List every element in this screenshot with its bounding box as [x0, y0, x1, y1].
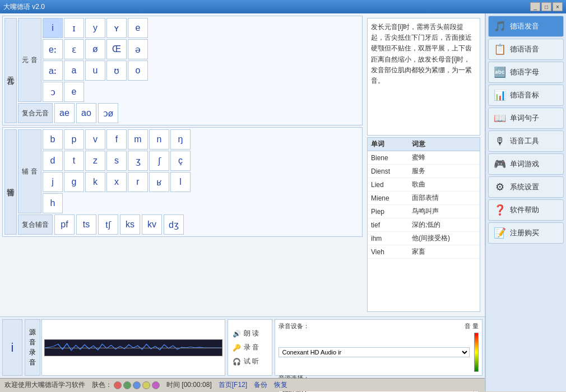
record-button[interactable]: 🔑 录 音	[231, 342, 268, 353]
consonants-section: 辅音 辅 音 b p v f m	[2, 127, 363, 237]
backup-link[interactable]: 备份	[254, 380, 267, 390]
main-content: 元音 元 音 i ɪ y ʏ e	[0, 13, 485, 391]
active-phonetic: i	[11, 340, 14, 355]
phonetic-cell-h[interactable]: h	[43, 193, 63, 213]
phonetic-cell-uvr[interactable]: ʁ	[149, 172, 169, 192]
app-title: 大嘴德语 v2.0	[3, 2, 45, 12]
phonetic-cell-schwa[interactable]: ə	[128, 39, 148, 59]
phonetic-cell-y[interactable]: y	[85, 18, 105, 38]
vocab-row[interactable]: Piep鸟鸣叫声	[368, 205, 480, 218]
sidebar-icon-settings: ⚙	[493, 180, 507, 194]
record-icon: 🔑	[233, 343, 242, 352]
phonetic-cell-sh[interactable]: ʃ	[149, 151, 169, 171]
phonetic-cell-j[interactable]: j	[43, 172, 63, 192]
phonetic-cell-oe[interactable]: ø	[85, 39, 105, 59]
phonetic-cell-ae[interactable]: ae	[54, 103, 75, 123]
consonant-row-2: d t z s ʒ ʃ ç	[43, 151, 360, 171]
restore-link[interactable]: 恢复	[274, 380, 287, 390]
vocab-row[interactable]: Dienst服务	[368, 165, 480, 178]
phonetic-cell-g[interactable]: g	[64, 172, 84, 192]
phonetic-cell-ts[interactable]: ts	[76, 214, 96, 235]
vowel-row-4: ɔ e	[43, 82, 360, 102]
vocab-row[interactable]: Biene蜜蜂	[368, 151, 480, 165]
phonetic-cell-k[interactable]: k	[85, 172, 105, 192]
phonetic-cell-f[interactable]: f	[106, 129, 127, 150]
phonetic-cell-kv[interactable]: kv	[142, 214, 162, 235]
phonetic-cell-o[interactable]: o	[128, 60, 148, 81]
minimize-button[interactable]: _	[530, 2, 540, 11]
phonetic-cell-zh[interactable]: ʒ	[128, 151, 148, 171]
sidebar-btn-help[interactable]: ❓软件帮助	[488, 199, 564, 221]
vocab-row[interactable]: tief深的;低的	[368, 218, 480, 232]
skin-dot-blue[interactable]	[133, 381, 141, 389]
phonetic-cell-s[interactable]: s	[106, 151, 127, 171]
skin-dot-purple[interactable]	[152, 381, 160, 389]
phonetic-cell-yy[interactable]: ʏ	[106, 18, 127, 38]
recording-device-select[interactable]: Conexant HD Audio ir	[279, 347, 470, 357]
phonetic-cell-u[interactable]: u	[85, 60, 105, 81]
compound-vowels-row: 复合元音 ae ao ɔø	[18, 103, 360, 123]
sidebar-btn-german-phonetics[interactable]: 📊德语音标	[488, 85, 564, 106]
sidebar-btn-german-pronunciation[interactable]: 🎵德语发音	[488, 16, 564, 37]
phonetic-cell-eps[interactable]: ɛ	[64, 39, 84, 59]
phonetic-cell-open-o[interactable]: ɔ	[43, 82, 63, 102]
status-bar: 欢迎使用大嘴德语学习软件 肤色： 时间 [00:00:08] 首页[F12] 备…	[0, 378, 485, 391]
phonetic-cell-elong[interactable]: eː	[43, 39, 63, 59]
phonetic-cell-ao[interactable]: ao	[76, 103, 96, 123]
vocab-row[interactable]: Lied歌曲	[368, 178, 480, 192]
playback-button[interactable]: 🎧 试 听	[231, 356, 268, 367]
vocab-row[interactable]: Vieh家畜	[368, 245, 480, 259]
vowels-section: 元音 元 音 i ɪ y ʏ e	[2, 16, 363, 125]
device-select-row: Conexant HD Audio ir	[279, 333, 479, 372]
phonetic-cell-v[interactable]: v	[85, 129, 105, 150]
phonetic-cell-d[interactable]: d	[43, 151, 63, 171]
phonetic-cell-r[interactable]: r	[128, 172, 148, 192]
phonetic-cell-z[interactable]: z	[85, 151, 105, 171]
maximize-button[interactable]: □	[541, 2, 551, 11]
sidebar-btn-settings[interactable]: ⚙系统设置	[488, 176, 564, 198]
phonetic-cell-pf[interactable]: pf	[54, 214, 75, 235]
vocab-row[interactable]: Miene面部表情	[368, 192, 480, 205]
phonetic-cell-a[interactable]: a	[64, 60, 84, 81]
pure-consonants-row: 辅 音 b p v f m n ŋ	[18, 129, 360, 213]
phonetic-cell-along[interactable]: aː	[43, 60, 63, 81]
phonetic-cell-t[interactable]: t	[64, 151, 84, 171]
phonetic-cell-n[interactable]: n	[149, 129, 169, 150]
phonetic-cell-ups[interactable]: ʊ	[106, 60, 127, 81]
playback-icon: 🎧	[233, 357, 242, 366]
sidebar-btn-word-games[interactable]: 🎮单词游戏	[488, 153, 564, 175]
sidebar-icon-speech-tools: 🎙	[493, 134, 507, 148]
sidebar-icon-german-alphabet: 🔤	[493, 66, 507, 79]
phonetic-cell-x[interactable]: x	[106, 172, 127, 192]
phonetic-cell-oe2[interactable]: Œ	[106, 39, 127, 59]
read-label: 朗 读	[244, 329, 259, 338]
sidebar-btn-german-alphabet[interactable]: 🔤德语字母	[488, 62, 564, 83]
skin-dot-red[interactable]	[114, 381, 122, 389]
read-button[interactable]: 🔊 朗 读	[231, 328, 268, 339]
phonetic-cell-oye[interactable]: ɔø	[98, 103, 118, 123]
phonetic-cell-b[interactable]: b	[43, 129, 63, 150]
phonetic-cell-m[interactable]: m	[128, 129, 148, 150]
phonetic-cell-e2[interactable]: e	[64, 82, 84, 102]
record-label: 录 音	[244, 343, 259, 352]
vocab-row[interactable]: ihm他(间接受格)	[368, 232, 480, 245]
skin-dot-yellow[interactable]	[142, 381, 150, 389]
phonetic-cell-ii[interactable]: ɪ	[64, 18, 84, 38]
phonetic-cell-l[interactable]: l	[170, 172, 191, 192]
phonetic-cell-p[interactable]: p	[64, 129, 84, 150]
phonetic-cell-dzh[interactable]: dʒ	[164, 214, 184, 235]
close-button[interactable]: ×	[553, 2, 563, 11]
time-display: 时间 [00:00:08]	[166, 380, 212, 390]
skin-dot-green[interactable]	[123, 381, 131, 389]
sidebar-btn-register[interactable]: 📝注册购买	[488, 222, 564, 244]
phonetic-cell-i[interactable]: i	[43, 18, 63, 38]
phonetic-cell-tsh[interactable]: tʃ	[98, 214, 118, 235]
phonetic-cell-e[interactable]: e	[128, 18, 148, 38]
phonetic-cell-ks[interactable]: ks	[120, 214, 140, 235]
sidebar-btn-german-speech[interactable]: 📋德语语音	[488, 39, 564, 60]
sidebar-btn-speech-tools[interactable]: 🎙语音工具	[488, 130, 564, 152]
phonetic-cell-cc[interactable]: ç	[170, 151, 191, 171]
home-link[interactable]: 首页[F12]	[219, 380, 247, 390]
phonetic-cell-ng[interactable]: ŋ	[170, 129, 191, 150]
sidebar-btn-word-sentences[interactable]: 📖单词句子	[488, 108, 564, 129]
